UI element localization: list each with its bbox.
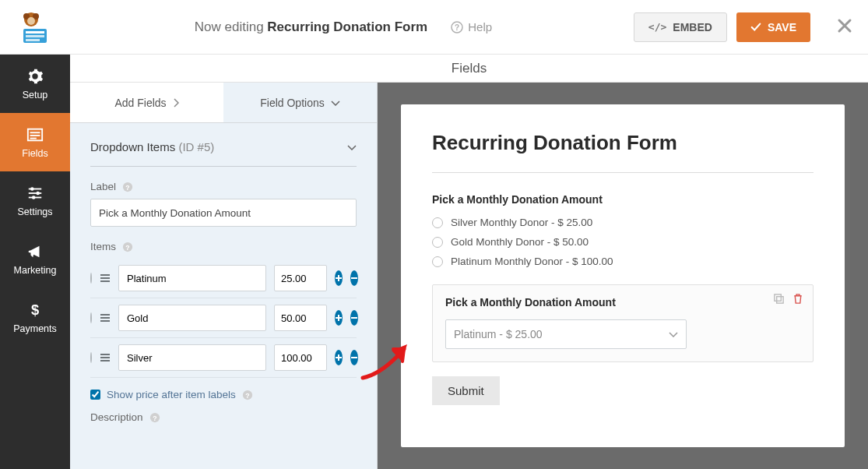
- section-title-text: Dropdown Items: [90, 140, 175, 153]
- code-icon: </>: [648, 21, 666, 33]
- svg-rect-7: [26, 39, 40, 41]
- trash-icon[interactable]: [792, 293, 803, 305]
- label-label: Label ?: [90, 181, 357, 192]
- remove-item-button[interactable]: [350, 350, 358, 365]
- preview-field-radios[interactable]: Pick a Monthly Donation Amount Silver Mo…: [432, 193, 814, 267]
- drag-handle-icon[interactable]: [100, 312, 111, 323]
- sidebar-item-payments[interactable]: $ Payments: [0, 288, 70, 347]
- chevron-down-icon: [331, 100, 340, 106]
- item-price-input[interactable]: [274, 344, 327, 371]
- tab-field-options[interactable]: Field Options: [223, 83, 377, 122]
- sliders-icon: [26, 185, 44, 202]
- tab-add-fields[interactable]: Add Fields: [70, 83, 223, 122]
- dollar-icon: $: [26, 302, 44, 319]
- preview-field-label: Pick a Monthly Donation Amount: [445, 296, 800, 309]
- form-preview: Recurring Donation Form Pick a Monthly D…: [401, 104, 845, 447]
- plus-icon: [335, 274, 343, 282]
- radio-option[interactable]: Platinum Monthly Donor - $ 100.00: [432, 256, 814, 267]
- item-name-input[interactable]: [118, 344, 266, 371]
- sidebar-item-marketing[interactable]: Marketing: [0, 230, 70, 288]
- items-label: Items ?: [90, 241, 357, 252]
- close-button[interactable]: [837, 18, 852, 36]
- svg-text:?: ?: [455, 23, 459, 32]
- sidebar-item-label: Fields: [22, 148, 47, 159]
- now-editing-label: Now editing: [195, 19, 264, 34]
- show-price-checkbox-row: Show price after item labels ?: [90, 389, 357, 400]
- drag-handle-icon[interactable]: [100, 273, 111, 284]
- radio-icon[interactable]: [432, 256, 443, 267]
- svg-point-3: [27, 17, 35, 25]
- item-price-input[interactable]: [274, 305, 327, 331]
- center-title: Fields: [70, 55, 868, 83]
- svg-point-17: [36, 191, 40, 195]
- main-sidebar: Setup Fields Settings Marketing $ Paymen…: [0, 55, 70, 469]
- form-canvas: Recurring Donation Form Pick a Monthly D…: [378, 83, 868, 469]
- svg-text:?: ?: [245, 391, 249, 399]
- svg-rect-39: [775, 294, 781, 301]
- help-icon[interactable]: ?: [149, 412, 160, 423]
- preview-form-title: Recurring Donation Form: [432, 131, 814, 173]
- sidebar-item-label: Payments: [13, 323, 57, 334]
- submit-button[interactable]: Submit: [432, 376, 500, 405]
- minus-icon: [350, 354, 358, 361]
- svg-rect-6: [26, 35, 44, 37]
- embed-button[interactable]: </> EMBED: [634, 12, 727, 42]
- svg-text:?: ?: [153, 414, 156, 421]
- duplicate-icon[interactable]: [773, 293, 785, 305]
- fields-icon: [26, 126, 44, 143]
- remove-item-button[interactable]: [350, 270, 358, 286]
- options-panel: Add Fields Field Options Dropdown Items …: [70, 83, 378, 469]
- preview-selected-field[interactable]: Pick a Monthly Donation Amount Platinum …: [432, 284, 814, 362]
- item-name-input[interactable]: [118, 265, 266, 291]
- canvas-wrap: Recurring Donation Form Pick a Monthly D…: [378, 83, 868, 469]
- radio-icon[interactable]: [432, 237, 443, 248]
- top-header: Now editing Recurring Donation Form ? He…: [0, 0, 868, 55]
- help-link[interactable]: ? Help: [451, 20, 492, 34]
- dropdown-item-row: [90, 338, 357, 378]
- add-item-button[interactable]: [335, 350, 343, 365]
- svg-rect-5: [26, 31, 44, 34]
- save-button[interactable]: SAVE: [736, 12, 810, 42]
- minus-icon: [350, 314, 358, 322]
- svg-text:$: $: [31, 302, 39, 318]
- add-item-button[interactable]: [335, 270, 343, 286]
- help-icon: ?: [451, 21, 463, 34]
- minus-icon: [350, 274, 358, 282]
- svg-point-19: [32, 196, 36, 199]
- chevron-down-icon: [669, 331, 678, 337]
- item-default-radio[interactable]: [90, 273, 92, 284]
- show-price-checkbox[interactable]: [90, 390, 100, 400]
- sidebar-item-label: Marketing: [14, 265, 57, 276]
- svg-marker-38: [392, 344, 407, 361]
- label-input[interactable]: [90, 199, 357, 227]
- sidebar-item-setup[interactable]: Setup: [0, 55, 70, 113]
- item-price-input[interactable]: [274, 265, 327, 291]
- preview-field-label: Pick a Monthly Donation Amount: [432, 193, 814, 206]
- app-logo: [16, 9, 53, 46]
- sidebar-item-settings[interactable]: Settings: [0, 171, 70, 230]
- add-item-button[interactable]: [335, 310, 343, 326]
- help-icon[interactable]: ?: [242, 390, 253, 400]
- gear-icon: [26, 68, 44, 85]
- drag-handle-icon[interactable]: [100, 352, 111, 363]
- sidebar-item-fields[interactable]: Fields: [0, 113, 70, 171]
- svg-point-15: [30, 187, 34, 191]
- sidebar-item-label: Setup: [23, 90, 48, 100]
- item-default-radio[interactable]: [90, 312, 92, 323]
- check-icon: [750, 22, 761, 33]
- sidebar-item-label: Settings: [17, 206, 52, 217]
- section-header[interactable]: Dropdown Items (ID #5): [90, 140, 357, 167]
- item-name-input[interactable]: [118, 305, 266, 331]
- dropdown-item-row: [90, 298, 357, 338]
- radio-option[interactable]: Gold Monthly Donor - $ 50.00: [432, 236, 814, 248]
- svg-text:?: ?: [125, 243, 129, 251]
- help-icon[interactable]: ?: [122, 242, 133, 252]
- svg-rect-40: [777, 297, 783, 303]
- remove-item-button[interactable]: [350, 310, 358, 326]
- help-icon[interactable]: ?: [122, 182, 133, 192]
- radio-option[interactable]: Silver Monthly Donor - $ 25.00: [432, 217, 814, 228]
- radio-icon[interactable]: [432, 217, 443, 228]
- section-id: (ID #5): [178, 140, 214, 153]
- item-default-radio[interactable]: [90, 352, 92, 363]
- preview-dropdown[interactable]: Platinum - $ 25.00: [445, 319, 687, 349]
